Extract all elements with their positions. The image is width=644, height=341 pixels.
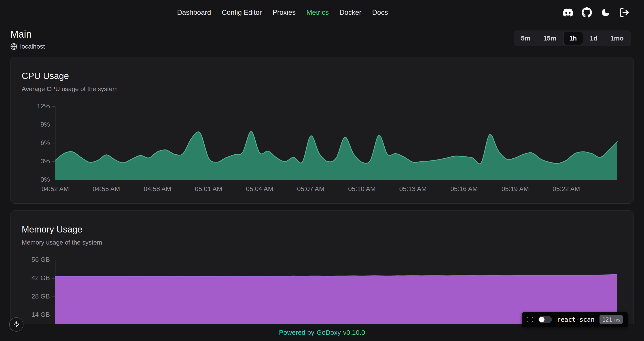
svg-text:04:58 AM: 04:58 AM (144, 185, 171, 192)
hostname: localhost (20, 43, 45, 50)
svg-text:05:10 AM: 05:10 AM (348, 185, 376, 192)
zap-icon (13, 321, 20, 328)
react-scan-toggle[interactable] (538, 316, 552, 323)
version-text: v0.10.0 (343, 329, 365, 336)
nav-item-dashboard[interactable]: Dashboard (177, 9, 211, 17)
react-scan-widget: react-scan 121 FPS (522, 312, 628, 327)
moon-icon[interactable] (600, 7, 611, 18)
memory-card-title: Memory Usage (22, 224, 622, 234)
svg-text:04:52 AM: 04:52 AM (42, 185, 69, 192)
time-range-5m[interactable]: 5m (515, 32, 536, 45)
svg-text:05:04 AM: 05:04 AM (246, 185, 274, 192)
svg-text:05:07 AM: 05:07 AM (297, 185, 324, 192)
nav-item-config-editor[interactable]: Config Editor (222, 9, 262, 17)
nav-item-docs[interactable]: Docs (372, 9, 388, 17)
svg-text:14 GB: 14 GB (32, 311, 50, 318)
time-range-1mo[interactable]: 1mo (604, 32, 630, 45)
svg-text:42 GB: 42 GB (32, 274, 50, 281)
time-range-15m[interactable]: 15m (538, 32, 562, 45)
fps-unit: FPS (614, 318, 620, 322)
page-header: Main localhost 5m 15m 1h 1d 1mo (0, 25, 644, 50)
powered-by-text: Powered by (279, 329, 314, 336)
nav-links: Dashboard Config Editor Proxies Metrics … (177, 9, 388, 17)
svg-text:05:13 AM: 05:13 AM (399, 185, 427, 192)
time-range-1d[interactable]: 1d (584, 32, 603, 45)
svg-text:12%: 12% (37, 103, 50, 110)
svg-text:6%: 6% (40, 139, 50, 146)
github-icon[interactable] (582, 7, 592, 18)
time-range-selector: 5m 15m 1h 1d 1mo (514, 31, 631, 46)
react-scan-label: react-scan (557, 316, 594, 323)
svg-text:05:16 AM: 05:16 AM (450, 185, 478, 192)
time-range-1h[interactable]: 1h (564, 32, 583, 45)
cpu-card-title: CPU Usage (22, 71, 622, 81)
toggle-knob (539, 317, 544, 322)
svg-text:04:55 AM: 04:55 AM (92, 185, 120, 192)
godoxy-link[interactable]: GoDoxy (317, 329, 341, 336)
zap-button[interactable] (9, 317, 24, 331)
cpu-usage-card: CPU Usage Average CPU usage of the syste… (10, 57, 634, 204)
fps-value: 121 (602, 316, 612, 323)
logout-icon[interactable] (619, 7, 630, 18)
scan-icon[interactable] (527, 316, 534, 323)
memory-card-subtitle: Memory usage of the system (22, 239, 622, 246)
svg-text:05:19 AM: 05:19 AM (502, 185, 529, 192)
svg-text:05:22 AM: 05:22 AM (552, 185, 580, 192)
svg-text:05:01 AM: 05:01 AM (195, 185, 222, 192)
svg-text:9%: 9% (40, 121, 50, 128)
svg-text:0%: 0% (40, 176, 50, 183)
page-title: Main (10, 29, 45, 40)
nav-item-docker[interactable]: Docker (340, 9, 361, 17)
globe-icon (10, 43, 18, 50)
nav-item-proxies[interactable]: Proxies (272, 9, 296, 17)
fps-badge: 121 FPS (600, 315, 623, 324)
svg-text:56 GB: 56 GB (32, 256, 50, 263)
cpu-card-subtitle: Average CPU usage of the system (22, 86, 622, 93)
top-nav: Dashboard Config Editor Proxies Metrics … (0, 0, 644, 25)
cpu-usage-chart: 0%3%6%9%12%04:52 AM04:55 AM04:58 AM05:01… (22, 103, 622, 197)
svg-text:28 GB: 28 GB (32, 293, 50, 300)
discord-icon[interactable] (562, 7, 573, 18)
host-row: localhost (10, 43, 45, 50)
svg-text:3%: 3% (40, 158, 50, 165)
nav-icons (562, 7, 630, 18)
nav-item-metrics[interactable]: Metrics (306, 9, 329, 17)
